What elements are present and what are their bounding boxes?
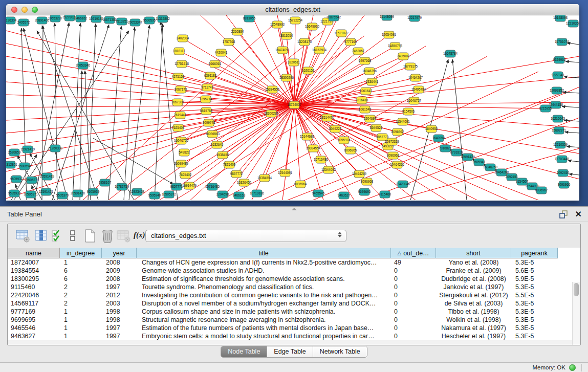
table-cell[interactable]: 1997 [102,283,137,291]
table-cell[interactable]: Dudbridge et al. (2008) [436,275,511,283]
table-cell[interactable]: 5.3E-5 [511,332,558,340]
column-header-short[interactable]: short [436,248,511,258]
table-cell[interactable]: Changes of HCN gene expression and I(f) … [137,258,391,267]
network-window-titlebar[interactable]: citations_edges.txt [6,4,579,15]
table-cell[interactable]: 1 [60,332,102,340]
table-cell[interactable]: 0 [391,299,436,308]
table-cell[interactable]: 9777169 [8,308,60,316]
column-header-title[interactable]: title [137,248,391,258]
table-cell[interactable]: 5.3E-5 [511,308,558,316]
table-cell[interactable]: Genome-wide association studies in ADHD. [137,267,391,275]
table-cell[interactable]: Wolkin et al. (1998) [436,316,511,324]
table-cell[interactable]: Embryonic stem cells: a model to study s… [137,332,391,340]
table-cell[interactable]: Tourette syndrome. Phenomenology and cla… [137,283,391,291]
table-cell[interactable]: 2 [60,283,102,291]
table-cell[interactable]: Corpus callosum shape and size in male p… [137,308,391,316]
column-header-year[interactable]: year [102,248,137,258]
tab-edge-table[interactable]: Edge Table [267,346,312,357]
table-cell[interactable]: 5.5E-5 [511,291,558,299]
graph-edge[interactable] [14,31,129,200]
graph-edge[interactable] [452,59,467,200]
table-cell[interactable]: 0 [391,275,436,283]
graph-edge[interactable] [6,105,294,146]
column-header-out_de[interactable]: △out_de… [391,248,436,258]
delete-column-icon[interactable] [100,229,115,243]
graph-edge[interactable] [215,64,294,105]
graph-edge[interactable] [55,23,57,200]
table-cell[interactable]: 6 [60,267,102,275]
table-cell[interactable]: Stergiakouli et al. (2012) [436,291,511,299]
table-cell[interactable]: 5.6E-5 [511,267,558,275]
table-cell[interactable]: 2009 [102,267,137,275]
table-cell[interactable]: 0 [391,291,436,299]
graph-edge[interactable] [565,132,579,133]
graph-edge[interactable] [294,62,294,105]
function-builder-icon[interactable]: f(x) [134,231,145,239]
table-cell[interactable]: 0 [391,283,436,291]
table-cell[interactable]: 0 [391,332,436,340]
table-cell[interactable]: 1 [60,258,102,267]
table-cell[interactable]: 5.3E-5 [511,299,558,308]
table-cell[interactable]: 5.3E-5 [511,283,558,291]
table-vertical-scrollbar[interactable] [572,282,580,345]
graph-edge[interactable] [6,82,294,105]
close-window-button[interactable] [11,7,17,13]
graph-edge[interactable] [93,138,173,184]
table-horizontal-scrollbar[interactable] [8,340,572,345]
graph-edge[interactable] [313,87,579,200]
table-cell[interactable]: 18724007 [8,258,60,267]
table-cell[interactable]: 1997 [102,332,137,340]
graph-edge[interactable] [6,31,294,105]
graph-edge[interactable] [565,61,579,62]
minimize-window-button[interactable] [21,7,28,13]
table-cell[interactable]: 0 [391,267,436,275]
scrollbar-thumb[interactable] [574,283,579,296]
float-window-icon[interactable] [559,210,568,219]
graph-edge[interactable] [294,56,579,105]
table-cell[interactable]: 1 [60,316,102,324]
table-cell[interactable]: 0 [391,316,436,324]
column-header-pagerank[interactable]: pagerank [511,248,558,258]
graph-edge[interactable] [6,105,294,159]
table-cell[interactable]: 5.9E-5 [511,275,558,283]
graph-edge[interactable] [185,105,294,175]
graph-edge[interactable] [562,106,579,107]
memory-status-icon[interactable] [569,364,576,371]
table-cell[interactable]: 2 [60,299,102,308]
show-columns-icon[interactable] [34,229,49,243]
table-cell[interactable]: 1998 [102,308,137,316]
table-cell[interactable]: de Silva et al. (2003) [436,299,511,308]
table-cell[interactable]: 9465546 [8,324,60,332]
table-cell[interactable]: 9463627 [8,332,60,340]
table-cell[interactable]: Franke et al. (2009) [436,267,511,275]
table-cell[interactable]: 1 [60,324,102,332]
graph-edge[interactable] [567,146,579,147]
table-cell[interactable]: Structural magnetic resonance image aver… [137,316,391,324]
table-cell[interactable]: 6 [60,275,102,283]
new-column-icon[interactable] [83,229,97,243]
panel-resize-grip[interactable] [292,208,297,210]
table-cell[interactable]: Yano et al. (2008) [436,258,511,267]
table-cell[interactable]: 2 [60,291,102,299]
table-cell[interactable]: 5.3E-5 [511,324,558,332]
table-cell[interactable]: 49 [391,258,436,267]
table-cell[interactable]: 14569117 [8,299,60,308]
table-cell[interactable]: 19384554 [8,267,60,275]
network-canvas[interactable]: 1872400724020041818117127514184275152306… [6,15,579,200]
graph-edge[interactable] [395,148,579,200]
table-cell[interactable]: 5.3E-5 [511,258,558,267]
graph-edge[interactable] [237,32,294,105]
table-cell[interactable]: Hescheler et al. (1997) [436,332,511,340]
table-cell[interactable]: 9699695 [8,316,60,324]
graph-edge[interactable] [569,174,579,175]
table-cell[interactable]: 2003 [102,299,137,308]
table-cell[interactable]: 5.3E-5 [511,316,558,324]
table-cell[interactable]: 2008 [102,258,137,267]
tab-node-table[interactable]: Node Table [221,346,267,357]
table-cell[interactable]: Jankovic et al. (1997) [436,283,511,291]
table-cell[interactable]: Nakamura et al. (1997) [436,324,511,332]
table-cell[interactable]: Tibbo et al. (1998) [436,308,511,316]
column-header-in_degree[interactable]: in_degree [60,248,102,258]
table-cell[interactable]: 1 [60,308,102,316]
tab-network-table[interactable]: Network Table [313,346,367,357]
